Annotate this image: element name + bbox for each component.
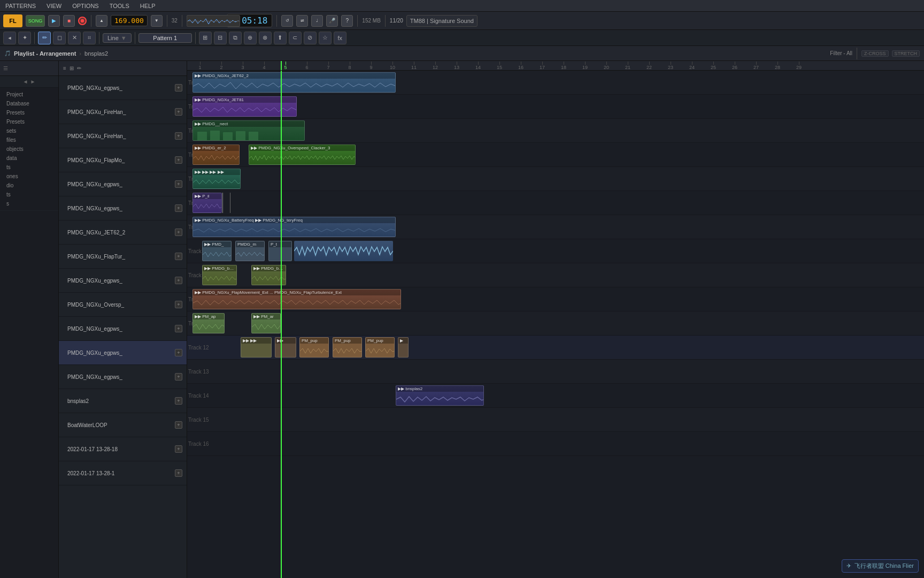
- nav-objects[interactable]: objects: [4, 144, 54, 154]
- ch-header-icon[interactable]: ≡: [63, 65, 66, 71]
- ch-track2-add[interactable]: +: [175, 108, 182, 116]
- slice-tool-btn[interactable]: ⌗: [83, 32, 96, 44]
- clip-track8-3[interactable]: P_t: [268, 241, 292, 261]
- ch-track-3[interactable]: PMDG_NGXu_FireHan_ +: [59, 124, 187, 148]
- track-row-5[interactable]: Track 5 ▶▶ ▶▶ ▶▶ ▶▶: [187, 167, 924, 191]
- export-btn[interactable]: ⬆: [274, 32, 287, 44]
- shuffle-btn[interactable]: ⇌: [296, 15, 308, 27]
- nav-sets[interactable]: sets: [4, 126, 54, 135]
- track-row-12[interactable]: Track 12 ▶▶ ▶▶ ▶▶ PM_pup PM_pup: [187, 336, 924, 360]
- ch-track17-add[interactable]: +: [175, 469, 182, 477]
- menu-help[interactable]: HELP: [138, 3, 158, 9]
- ch-track11-add[interactable]: +: [175, 325, 182, 332]
- clip-track8-1[interactable]: ▶▶ PMD_: [202, 241, 232, 261]
- clip-track11-1[interactable]: ▶▶ PM_ap: [192, 313, 225, 333]
- track-row-10[interactable]: Track 10 ▶▶ PMDG_NGXu_FlapMovement_Ext .…: [187, 287, 924, 311]
- bpm-display[interactable]: 169.000: [111, 15, 148, 26]
- erase-tool-btn[interactable]: ✕: [68, 32, 81, 44]
- play-btn[interactable]: ▶: [48, 15, 60, 27]
- track-row-1[interactable]: Track 1 ▶▶ PMDG_NGXu_JET62_2: [187, 71, 924, 95]
- track-row-8[interactable]: Track 8 ▶▶ PMD_ PMDG_m P_t: [187, 239, 924, 263]
- stretch-btn[interactable]: STRETCH: [892, 50, 920, 57]
- filter-label[interactable]: Filter - All: [830, 50, 852, 56]
- tempo-up[interactable]: ▲: [96, 15, 107, 27]
- clip-track10-1[interactable]: ▶▶ PMDG_NGXu_FlapMovement_Ext ... PMDG_N…: [192, 289, 401, 309]
- track-row-14[interactable]: Track 14 ▶▶ bnsplas2: [187, 384, 924, 408]
- ch-track15-add[interactable]: +: [175, 421, 182, 429]
- clip-track8-2[interactable]: PMDG_m: [235, 241, 265, 261]
- ch-track-4[interactable]: PMDG_NGXu_FlapMo_ +: [59, 148, 187, 172]
- song-mode-btn[interactable]: SONG: [26, 15, 45, 27]
- tempo-down[interactable]: ▼: [151, 15, 163, 27]
- track-row-11[interactable]: Track 11 ▶▶ PM_ap ▶▶ PM_ar: [187, 311, 924, 336]
- mute-btn[interactable]: ⊘: [304, 32, 317, 44]
- nav-presets2[interactable]: Presets: [4, 117, 54, 126]
- ch-track-8[interactable]: PMDG_NGXu_FlapTur_ +: [59, 245, 187, 269]
- ch-track9-add[interactable]: +: [175, 277, 182, 284]
- clip-track11-2[interactable]: ▶▶ PM_ar: [251, 313, 281, 333]
- nav-s[interactable]: s: [4, 199, 54, 208]
- ch-track-15[interactable]: BoatWaterLOOP +: [59, 413, 187, 437]
- solo-btn[interactable]: ☆: [319, 32, 332, 44]
- ch-track-9[interactable]: PMDG_NGXu_egpws_ +: [59, 269, 187, 293]
- track-row-6[interactable]: Track 6 ▶▶ P_il: [187, 191, 924, 215]
- zoom-btn[interactable]: ✦: [18, 32, 31, 44]
- ch-header-edit[interactable]: ✏: [77, 65, 81, 71]
- track-row-9[interactable]: Track 9 ▶▶ PMDG_baba ▶▶ PMDG_baba: [187, 263, 924, 287]
- snap-dropdown-icon[interactable]: ▼: [121, 35, 127, 41]
- loop-btn[interactable]: ↺: [281, 15, 293, 27]
- clip-track1-1[interactable]: ▶▶ PMDG_NGXu_JET62_2: [192, 72, 396, 93]
- track-row-7[interactable]: Track 7 ▶▶ PMDG_NGXu_BatteryFreq ▶▶ PMDG…: [187, 215, 924, 239]
- select-tool-btn[interactable]: ◻: [53, 32, 66, 44]
- nav-dio[interactable]: dio: [4, 181, 54, 190]
- clip-track12-6[interactable]: ▶: [398, 337, 409, 358]
- metronome-btn[interactable]: ♩: [311, 15, 323, 27]
- ch-track-10[interactable]: PMDG_NGXu_Oversp_ +: [59, 293, 187, 317]
- menu-tools[interactable]: TOOLS: [107, 3, 132, 9]
- track-row-4[interactable]: Track 4 ▶▶ PMDG_er_2 ▶▶ PMDG_NGXu_Oversp…: [187, 143, 924, 167]
- clip-track5-1[interactable]: ▶▶ ▶▶ ▶▶ ▶▶: [192, 169, 241, 189]
- ch-track-13[interactable]: PMDG_NGXu_egpws_ +: [59, 365, 187, 389]
- zcross-btn[interactable]: Z-CROSS: [861, 50, 889, 57]
- ch-track10-add[interactable]: +: [175, 301, 182, 308]
- track-row-15[interactable]: Track 15: [187, 408, 924, 432]
- menu-view[interactable]: VIEW: [44, 3, 64, 9]
- clip-track7-1[interactable]: ▶▶ PMDG_NGXu_BatteryFreq ▶▶ PMDG_NG_tery…: [192, 217, 396, 237]
- clip-track4-2[interactable]: ▶▶ PMDG_NGXu_Overspeed_Clacker_3: [249, 144, 356, 165]
- track-row-3[interactable]: Track 3 ▶▶ PMDG__nect: [187, 119, 924, 143]
- clip-track12-4[interactable]: PM_pup: [333, 337, 362, 358]
- ch-track8-add[interactable]: +: [175, 253, 182, 260]
- dup-btn[interactable]: ⧉: [229, 32, 242, 44]
- ch-track14-add[interactable]: +: [175, 397, 182, 405]
- mic-btn[interactable]: 🎤: [326, 15, 338, 27]
- track-row-16[interactable]: Track 16: [187, 432, 924, 456]
- menu-options[interactable]: OPTIONS: [70, 3, 101, 9]
- left-nav-up[interactable]: ◄ ►: [0, 76, 58, 88]
- clip-track8-wave-area[interactable]: [294, 241, 393, 261]
- step-back-btn[interactable]: ◄: [3, 32, 16, 44]
- menu-patterns[interactable]: PATTERNS: [3, 3, 38, 9]
- ch-track-5[interactable]: PMDG_NGXu_egpws_ +: [59, 172, 187, 196]
- ch-track-14[interactable]: bnsplas2 +: [59, 389, 187, 413]
- ch-track-7[interactable]: PMDG_NGXu_JET62_2 +: [59, 220, 187, 245]
- ch-track12-add[interactable]: +: [175, 349, 182, 356]
- ch-track-2[interactable]: PMDG_NGXu_FireHan_ +: [59, 100, 187, 124]
- ch-track-6[interactable]: PMDG_NGXu_egpws_ +: [59, 196, 187, 220]
- clip-track12-1[interactable]: ▶▶ ▶▶: [241, 337, 272, 358]
- help-btn[interactable]: ?: [341, 15, 353, 27]
- nav-files[interactable]: files: [4, 135, 54, 144]
- nav-ts[interactable]: ts: [4, 163, 54, 172]
- ch-header-nav[interactable]: ⊞: [70, 65, 74, 71]
- nav-ts2[interactable]: ts: [4, 190, 54, 199]
- clip-track12-2[interactable]: ▶▶: [275, 337, 296, 358]
- snap-mode[interactable]: Line ▼: [103, 33, 132, 43]
- ch-track-16[interactable]: 2022-01-17 13-28-18 +: [59, 437, 187, 461]
- ch-track5-add[interactable]: +: [175, 180, 182, 188]
- ch-track7-add[interactable]: +: [175, 229, 182, 236]
- nav-ones[interactable]: ones: [4, 172, 54, 181]
- tracks-container[interactable]: Track 1 ▶▶ PMDG_NGXu_JET62_2 Track 2 ▶▶ …: [187, 71, 924, 578]
- clip-track4-1[interactable]: ▶▶ PMDG_er_2: [192, 144, 240, 165]
- clip-track12-3[interactable]: PM_pup: [299, 337, 329, 358]
- align-btn[interactable]: ⊟: [214, 32, 227, 44]
- pattern-selector[interactable]: Pattern 1: [138, 33, 192, 43]
